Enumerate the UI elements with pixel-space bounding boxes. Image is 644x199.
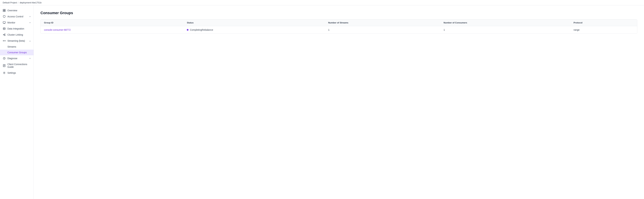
chevron-down-icon: ▼ xyxy=(29,16,31,18)
sidebar-item-cluster-linking[interactable]: Cluster Linking xyxy=(0,32,34,38)
shield-icon xyxy=(3,15,6,18)
main-layout: Overview Access Control ▼ Monitor ▼ xyxy=(0,6,644,199)
col-header-num-consumers: Number of Consumers xyxy=(440,20,570,26)
col-header-num-streams: Number of Streams xyxy=(325,20,440,26)
chevron-down-icon: ▼ xyxy=(29,22,31,24)
status-text: CompletingRebalance xyxy=(190,28,213,31)
svg-rect-4 xyxy=(3,22,6,23)
svg-point-7 xyxy=(4,34,5,34)
main-content: Consumer Groups Group ID Status Number o… xyxy=(34,6,644,199)
sidebar-item-consumer-groups[interactable]: Consumer Groups xyxy=(0,50,34,55)
table-row: console-consumer-68772CompletingRebalanc… xyxy=(41,26,637,34)
sidebar-label-monitor: Monitor xyxy=(8,21,15,24)
sidebar-label-client-connections: Client Connections Guide xyxy=(8,63,31,68)
col-header-protocol: Protocol xyxy=(570,20,637,26)
streaming-icon xyxy=(3,39,6,42)
sidebar-label-access-control: Access Control xyxy=(8,15,23,18)
table-header-row: Group ID Status Number of Streams Number… xyxy=(41,20,637,26)
sidebar-item-settings[interactable]: Settings xyxy=(0,70,34,76)
sidebar-item-data-integration[interactable]: Data Integration xyxy=(0,26,34,32)
sidebar-item-streams[interactable]: Streams xyxy=(0,44,34,50)
sidebar-item-overview[interactable]: Overview xyxy=(0,8,34,14)
svg-point-8 xyxy=(4,35,5,36)
sidebar-item-client-connections[interactable]: Client Connections Guide xyxy=(0,62,34,70)
sidebar-label-diagnose: Diagnose xyxy=(8,57,17,60)
sidebar-label-cluster-linking: Cluster Linking xyxy=(8,34,23,36)
svg-rect-1 xyxy=(4,9,6,10)
sidebar-label-streaming-beta: Streaming (beta) xyxy=(8,40,25,42)
breadcrumb-deployment[interactable]: deployment-hbe1751b xyxy=(20,1,42,4)
data-icon xyxy=(3,27,6,30)
sidebar-item-diagnose[interactable]: Diagnose ▼ xyxy=(0,55,34,62)
sidebar-label-streams: Streams xyxy=(8,45,16,48)
svg-point-11 xyxy=(4,72,5,73)
guide-icon xyxy=(3,64,6,67)
monitor-icon xyxy=(3,21,6,24)
sidebar-item-access-control[interactable]: Access Control ▼ xyxy=(0,14,34,20)
status-dot xyxy=(187,29,188,31)
settings-icon xyxy=(3,71,6,74)
sidebar: Overview Access Control ▼ Monitor ▼ xyxy=(0,6,34,199)
grid-icon xyxy=(3,9,6,12)
chevron-up-icon: ▲ xyxy=(29,40,31,42)
breadcrumb-project[interactable]: Default Project xyxy=(3,1,17,4)
sidebar-item-streaming-beta[interactable]: Streaming (beta) ▲ xyxy=(0,38,34,44)
chevron-down-icon: ▼ xyxy=(29,58,31,59)
sidebar-label-consumer-groups: Consumer Groups xyxy=(8,51,27,54)
svg-point-6 xyxy=(3,34,4,35)
breadcrumb-bar: Default Project / deployment-hbe1751b xyxy=(0,0,644,6)
cell-group-id: console-consumer-68772 xyxy=(41,26,184,34)
cell-num-streams: 1 xyxy=(325,26,440,34)
sidebar-label-settings: Settings xyxy=(8,72,16,74)
svg-rect-0 xyxy=(3,9,4,10)
sidebar-label-overview: Overview xyxy=(8,9,17,12)
svg-rect-3 xyxy=(4,10,6,12)
link-icon xyxy=(3,33,6,36)
cell-num-consumers: 1 xyxy=(440,26,570,34)
svg-rect-2 xyxy=(3,10,4,12)
group-id-link[interactable]: console-consumer-68772 xyxy=(44,28,71,31)
diagnose-icon xyxy=(3,57,6,60)
cell-status: CompletingRebalance xyxy=(184,26,325,34)
svg-point-5 xyxy=(3,28,5,28)
cell-protocol: range xyxy=(570,26,637,34)
breadcrumb-separator: / xyxy=(18,1,19,4)
sidebar-item-monitor[interactable]: Monitor ▼ xyxy=(0,20,34,26)
sidebar-label-data-integration: Data Integration xyxy=(8,27,24,30)
consumer-groups-table-container: Group ID Status Number of Streams Number… xyxy=(40,19,637,34)
page-title: Consumer Groups xyxy=(40,11,637,15)
col-header-group-id: Group ID xyxy=(41,20,184,26)
col-header-status: Status xyxy=(184,20,325,26)
consumer-groups-table: Group ID Status Number of Streams Number… xyxy=(41,20,637,34)
